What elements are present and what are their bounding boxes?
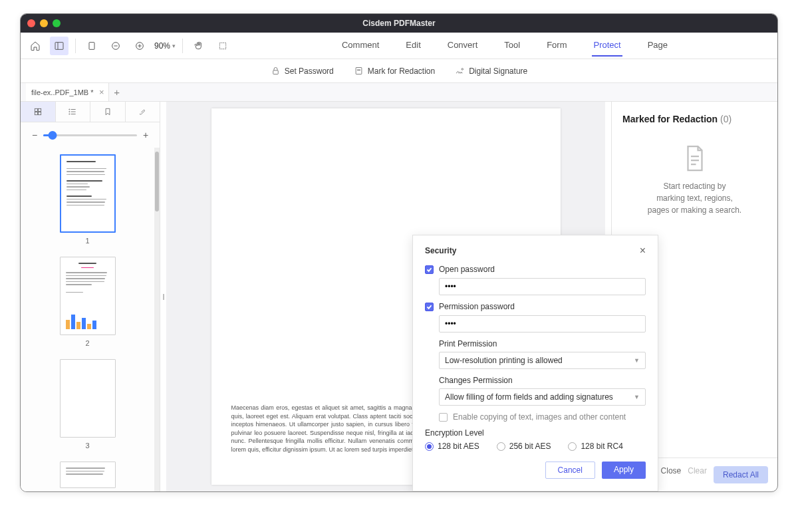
lock-icon — [271, 66, 281, 76]
main-menu: Comment Edit Convert Tool Form Protect P… — [237, 35, 772, 57]
svg-point-12 — [462, 68, 464, 70]
menu-tool[interactable]: Tool — [503, 35, 521, 57]
signature-icon — [455, 66, 465, 76]
encryption-128aes-radio[interactable]: 128 bit AES — [425, 442, 479, 451]
protect-subbar: Set Password Mark for Redaction Digital … — [21, 59, 777, 83]
svg-rect-9 — [273, 70, 279, 74]
redaction-icon — [354, 66, 364, 76]
attachments-tab[interactable] — [126, 102, 160, 122]
digital-signature-button[interactable]: Digital Signature — [455, 66, 527, 76]
fit-page-button[interactable] — [82, 37, 101, 55]
mark-for-redaction-button[interactable]: Mark for Redaction — [354, 66, 435, 76]
svg-point-22 — [69, 114, 70, 114]
select-tool-button[interactable] — [213, 37, 232, 55]
menu-edit[interactable]: Edit — [404, 35, 422, 57]
menu-comment[interactable]: Comment — [340, 35, 380, 57]
svg-point-20 — [69, 109, 70, 110]
chevron-down-icon: ▾ — [172, 43, 176, 49]
thumbnail-size-slider[interactable] — [43, 134, 137, 136]
app-title: Cisdem PDFMaster — [21, 19, 777, 28]
hand-tool-button[interactable] — [190, 37, 208, 55]
enable-copying-checkbox[interactable] — [439, 413, 448, 422]
svg-rect-8 — [219, 43, 225, 49]
thumbnails-list[interactable]: 1 — [21, 148, 154, 491]
thumb-smaller-button[interactable]: − — [30, 130, 39, 140]
sidebar-toggle-button[interactable] — [50, 37, 68, 55]
home-button[interactable] — [26, 37, 45, 55]
permission-password-label: Permission password — [439, 302, 515, 311]
redaction-hint: Start redacting by marking text, regions… — [648, 180, 741, 216]
dialog-close-button[interactable]: × — [640, 245, 646, 257]
set-password-button[interactable]: Set Password — [271, 66, 334, 76]
encryption-128rc4-radio[interactable]: 128 bit RC4 — [568, 442, 622, 451]
zoom-out-button[interactable] — [106, 37, 125, 55]
menu-form[interactable]: Form — [545, 35, 568, 57]
redaction-clear-button[interactable]: Clear — [688, 466, 707, 483]
svg-rect-16 — [38, 112, 41, 115]
encryption-level-label: Encryption Level — [425, 428, 646, 438]
bookmarks-tab[interactable] — [90, 102, 126, 122]
thumbnail-size-slider-row: − + — [21, 122, 160, 148]
document-tabs: file-ex..PDF_1MB * × + — [21, 83, 777, 102]
zoom-in-button[interactable] — [130, 37, 149, 55]
print-permission-label: Print Permission — [439, 339, 646, 348]
enable-copying-label: Enable copying of text, images and other… — [453, 412, 626, 422]
outline-tab[interactable] — [56, 102, 91, 122]
thumbnail[interactable]: 2 — [60, 257, 116, 347]
document-icon — [683, 144, 707, 172]
encryption-256aes-radio[interactable]: 256 bit AES — [497, 442, 551, 451]
svg-rect-10 — [356, 68, 362, 74]
thumbnail[interactable]: 1 — [60, 154, 116, 245]
titlebar: Cisdem PDFMaster — [21, 14, 777, 33]
thumbnail[interactable] — [60, 462, 116, 488]
permission-password-checkbox[interactable] — [425, 303, 434, 311]
redaction-panel-title: Marked for Redaction (0) — [612, 102, 777, 131]
menu-page[interactable]: Page — [646, 35, 669, 57]
canvas[interactable]: Maecenas diam eros, egestas et aliquet s… — [166, 102, 605, 491]
document-tab[interactable]: file-ex..PDF_1MB * × — [26, 83, 109, 101]
svg-rect-14 — [38, 108, 41, 111]
changes-permission-select[interactable]: Allow filling of form fields and adding … — [439, 388, 646, 406]
thumbnails-tab[interactable] — [21, 102, 56, 122]
cancel-button[interactable]: Cancel — [545, 462, 595, 479]
thumb-larger-button[interactable]: + — [141, 130, 150, 140]
svg-point-21 — [69, 111, 70, 112]
open-password-input[interactable] — [439, 278, 646, 295]
sidebar-resize-handle[interactable] — [160, 102, 166, 491]
redaction-close-button[interactable]: Close — [661, 466, 682, 483]
svg-rect-0 — [55, 42, 63, 49]
dialog-title: Security — [425, 246, 456, 255]
thumbnail[interactable]: 3 — [60, 359, 116, 450]
print-permission-select[interactable]: Low-resolution printing is allowed▼ — [439, 352, 646, 369]
sidebar-tabs — [21, 102, 160, 122]
body: − + — [21, 102, 777, 491]
svg-rect-2 — [89, 42, 94, 49]
permission-password-input[interactable] — [439, 315, 646, 332]
menu-convert[interactable]: Convert — [446, 35, 479, 57]
chevron-down-icon: ▼ — [634, 394, 640, 400]
security-dialog: Security × Open password Permission pass… — [412, 235, 658, 491]
svg-rect-13 — [35, 108, 37, 111]
svg-rect-11 — [357, 70, 360, 70]
toolbar: 90%▾ Comment Edit Convert Tool Form Prot… — [21, 33, 777, 59]
redact-all-button[interactable]: Redact All — [714, 466, 768, 483]
apply-button[interactable]: Apply — [602, 462, 646, 479]
app-window: Cisdem PDFMaster 90%▾ Comment Edit Conve… — [20, 13, 778, 492]
close-tab-icon[interactable]: × — [99, 87, 104, 97]
new-tab-button[interactable]: + — [109, 86, 125, 98]
sidebar-scrollbar[interactable] — [154, 148, 160, 491]
sidebar: − + — [21, 102, 160, 491]
changes-permission-label: Changes Permission — [439, 376, 646, 385]
menu-protect[interactable]: Protect — [592, 35, 622, 57]
chevron-down-icon: ▼ — [634, 357, 640, 364]
zoom-level[interactable]: 90%▾ — [154, 41, 176, 51]
open-password-checkbox[interactable] — [425, 265, 434, 274]
open-password-label: Open password — [439, 265, 495, 274]
svg-rect-15 — [35, 112, 37, 115]
